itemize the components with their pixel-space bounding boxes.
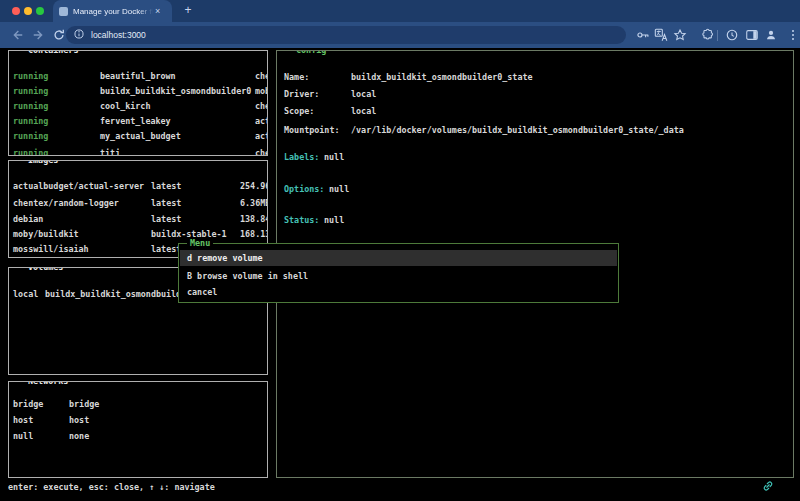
- image-tag: latest: [151, 181, 181, 191]
- network-row[interactable]: bridge bridge: [9, 399, 267, 411]
- image-row[interactable]: chentex/random-logger latest 6.36MB: [9, 198, 267, 210]
- image-row[interactable]: actualbudget/actual-server latest 254.96…: [9, 181, 267, 193]
- profile-avatar-icon[interactable]: [764, 28, 778, 42]
- container-image: actualbudget/actual-server: [255, 116, 268, 126]
- config-extra: Options: null: [277, 184, 793, 196]
- config-field-label: Name:: [284, 72, 309, 82]
- site-info-icon[interactable]: [73, 26, 85, 44]
- menu-item-remove-volume[interactable]: d remove volume: [180, 250, 617, 266]
- config-extra-label: Options:: [284, 184, 324, 194]
- volume-driver: local: [13, 289, 38, 299]
- container-row[interactable]: running my_actual_budget actualbudget/ac…: [9, 131, 267, 143]
- network-name: host: [13, 415, 33, 425]
- status-bar-hints: enter: execute, esc: close, ↑ ↓: navigat…: [8, 482, 215, 492]
- config-field-label: Driver:: [284, 89, 319, 99]
- browser-tab[interactable]: Manage your Docker fleet wi ×: [53, 0, 172, 22]
- config-field-label: Mountpoint:: [284, 125, 339, 135]
- password-key-icon[interactable]: [636, 28, 650, 42]
- network-row[interactable]: host host: [9, 415, 267, 427]
- container-image: chentex/random-logger: [255, 148, 268, 156]
- container-image: chentex/random-logger: [255, 101, 268, 111]
- container-name: cool_kirch: [100, 101, 150, 111]
- forward-icon[interactable]: [32, 28, 46, 42]
- menu-title: Menu: [187, 238, 213, 248]
- image-name: moby/buildkit: [13, 229, 79, 239]
- images-panel-title: Images: [25, 160, 61, 165]
- address-bar[interactable]: localhost:3000: [66, 26, 626, 44]
- container-row[interactable]: running titi chentex/random-logger: [9, 148, 267, 156]
- image-name: chentex/random-logger: [13, 198, 119, 208]
- image-name: actualbudget/actual-server: [13, 181, 144, 191]
- container-image: actualbudget/actual-server: [255, 131, 268, 141]
- image-size: 6.36MB: [240, 198, 268, 208]
- config-field: Mountpoint: /var/lib/docker/volumes/buil…: [277, 125, 793, 137]
- config-field-value: local: [351, 106, 376, 116]
- volumes-panel-title: Volumes: [25, 267, 66, 272]
- image-tag: latest: [151, 257, 181, 258]
- containers-panel: Containers running beautiful_brown chent…: [8, 50, 268, 156]
- network-row[interactable]: null none: [9, 431, 267, 443]
- window-controls: [12, 7, 44, 15]
- side-panel-icon[interactable]: [745, 28, 759, 42]
- image-name: ubuntu: [13, 257, 43, 258]
- config-extra: Labels: null: [277, 152, 793, 164]
- image-size: 138.84MB: [240, 214, 268, 224]
- config-extra-value: null: [329, 184, 349, 194]
- container-state: running: [13, 71, 48, 81]
- image-name: debian: [13, 214, 43, 224]
- image-row[interactable]: debian latest 138.84MB: [9, 214, 267, 226]
- tab-close-icon[interactable]: ×: [155, 6, 160, 16]
- container-state: running: [13, 86, 48, 96]
- config-field: Name: buildx_buildkit_osmondbuilder0_sta…: [277, 72, 793, 84]
- container-state: running: [13, 148, 48, 156]
- container-name: beautiful_brown: [100, 71, 176, 81]
- config-extra-value: null: [324, 152, 344, 162]
- container-name: titi: [100, 148, 120, 156]
- config-extra: Status: null: [277, 215, 793, 227]
- minimize-window-button[interactable]: [24, 7, 32, 15]
- image-name: mosswill/isaiah: [13, 244, 89, 254]
- containers-panel-title: Containers: [25, 50, 81, 55]
- menu-item-browse-volume-shell[interactable]: B browse volume in shell: [180, 268, 617, 284]
- zoom-window-button[interactable]: [36, 7, 44, 15]
- tab-strip: Manage your Docker fleet wi × +: [0, 0, 800, 22]
- config-field: Driver: local: [277, 89, 793, 101]
- network-driver: host: [69, 415, 89, 425]
- container-state: running: [13, 131, 48, 141]
- bookmark-star-icon[interactable]: [673, 28, 687, 42]
- volume-actions-menu: Menu d remove volume B browse volume in …: [178, 243, 619, 303]
- image-size: 254.96MB: [240, 181, 268, 191]
- reload-icon[interactable]: [52, 28, 66, 42]
- container-state: running: [13, 101, 48, 111]
- container-name: fervent_leakey: [100, 116, 171, 126]
- browser-window: Manage your Docker fleet wi × + localhos…: [0, 0, 800, 501]
- extensions-puzzle-icon[interactable]: [700, 28, 714, 42]
- config-field-label: Scope:: [284, 106, 314, 116]
- new-tab-button[interactable]: +: [180, 3, 196, 19]
- container-image: moby/buildkit: [255, 86, 268, 96]
- container-state: running: [13, 116, 48, 126]
- toolbar-divider: [717, 30, 718, 41]
- menu-item-cancel[interactable]: cancel: [180, 284, 617, 300]
- config-extra-value: null: [324, 215, 344, 225]
- back-icon[interactable]: [10, 28, 24, 42]
- image-tag: latest: [151, 214, 181, 224]
- config-field-value: /var/lib/docker/volumes/buildx_buildkit_…: [351, 125, 684, 135]
- config-panel-title: Config: [293, 50, 329, 55]
- url-text[interactable]: localhost:3000: [91, 30, 146, 40]
- networks-panel-title: Networks: [25, 381, 71, 386]
- config-extra-label: Labels:: [284, 152, 319, 162]
- container-row[interactable]: running fervent_leakey actualbudget/actu…: [9, 116, 267, 128]
- container-row[interactable]: running cool_kirch chentex/random-logger: [9, 101, 267, 113]
- container-row[interactable]: running beautiful_brown chentex/random-l…: [9, 71, 267, 83]
- close-window-button[interactable]: [12, 7, 20, 15]
- connection-link-icon: [761, 479, 775, 493]
- container-row[interactable]: running buildx_buildkit_osmondbuilder0 m…: [9, 86, 267, 98]
- image-row[interactable]: moby/buildkit buildx-stable-1 168.13MB: [9, 229, 267, 241]
- container-image: chentex/random-logger: [255, 71, 268, 81]
- history-clock-icon[interactable]: [725, 28, 739, 42]
- browser-menu-icon[interactable]: [786, 28, 800, 42]
- container-name: my_actual_budget: [100, 131, 181, 141]
- translate-icon[interactable]: [654, 28, 668, 42]
- image-size: 168.13MB: [240, 229, 268, 239]
